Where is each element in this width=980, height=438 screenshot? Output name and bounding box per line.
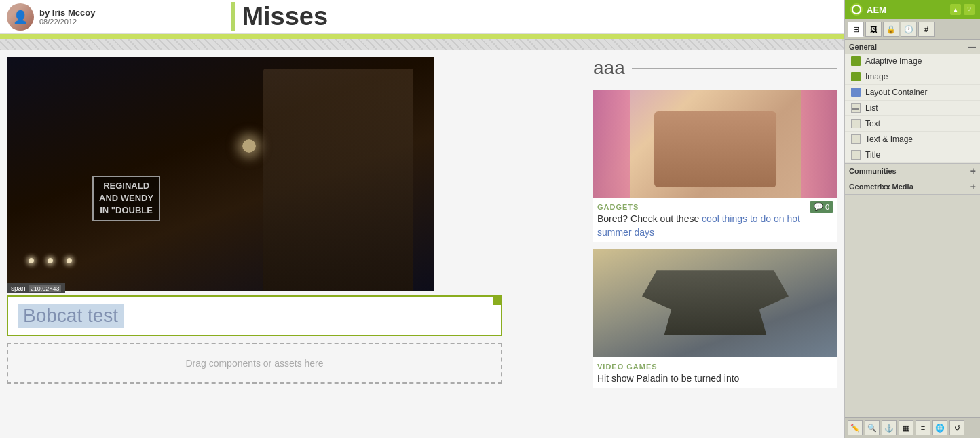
comment-badge: 💬 0 [810, 201, 833, 213]
aem-tab-page[interactable]: ⊞ [848, 22, 864, 37]
curtain-right [801, 90, 837, 198]
layout-icon [850, 87, 861, 98]
component-item-adaptive-image[interactable]: Adaptive Image [845, 54, 980, 69]
author-name: by Iris Mccoy [39, 7, 95, 18]
communities-section[interactable]: Communities + [845, 164, 980, 179]
games-thumbnail [593, 249, 837, 357]
article-title-text-plain: Bored? Check out these [597, 213, 702, 224]
article-meta-gadgets: GADGETS 💬 0 Bored? Check out these cool … [593, 198, 837, 242]
drag-drop-area[interactable]: Drag components or assets here [7, 343, 502, 384]
lights-row [29, 258, 72, 263]
article-meta-games: VIDEO GAMES Hit show Paladin to be turne… [593, 357, 837, 388]
title-icon [850, 149, 861, 160]
edit-handle[interactable] [493, 297, 501, 305]
article-title-games: Hit show Paladin to be turned into [597, 372, 833, 386]
toolbar-refresh-btn[interactable]: ↺ [949, 420, 964, 435]
author-date: 08/22/2012 [39, 18, 95, 26]
general-section-header[interactable]: General — [845, 40, 980, 54]
aem-panel: AEM ▲ ? ⊞ 🖼 🔒 🕐 # General — Adaptive Ima… [844, 0, 980, 438]
component-item-image[interactable]: Image [845, 69, 980, 85]
geometrixx-section[interactable]: Geometrixx Media + [845, 179, 980, 195]
hero-figure [263, 69, 413, 291]
toolbar-search-btn[interactable]: 🔍 [865, 420, 880, 435]
text-comp-icon [850, 118, 861, 129]
article-category-games: VIDEO GAMES [597, 363, 658, 371]
edit-text-content[interactable]: Bobcat test [18, 304, 124, 328]
list-label: List [865, 103, 878, 113]
hero-img-placeholder: REGINALDAND WENDYIN "DOUBLE [7, 57, 434, 291]
article-title-gadgets: Bored? Check out these cool things to do… [597, 213, 833, 239]
toolbar-pencil-btn[interactable]: ✏️ [848, 420, 863, 435]
aem-tabs: ⊞ 🖼 🔒 🕐 # [845, 19, 980, 40]
geometrixx-label: Geometrixx Media [849, 183, 913, 191]
avatar-image: 👤 [7, 3, 34, 31]
span-badge: span 210.02×43 [7, 283, 65, 293]
component-item-layout[interactable]: Layout Container [845, 85, 980, 101]
toolbar-globe-btn[interactable]: 🌐 [932, 420, 947, 435]
general-section: General — Adaptive Image Image Layout Co… [845, 40, 980, 164]
author-avatar: 👤 [7, 3, 34, 31]
curtain-left [593, 90, 630, 198]
adaptive-image-label: Adaptive Image [865, 56, 922, 66]
drag-placeholder-text: Drag components or assets here [185, 358, 323, 369]
text-image-label: Text & Image [865, 134, 913, 144]
communities-expand-btn[interactable]: + [970, 166, 976, 177]
gadgets-figure [654, 111, 776, 187]
title-bar [0, 34, 844, 39]
aem-tab-clock[interactable]: 🕐 [901, 22, 917, 37]
section-heading: aaa [593, 57, 837, 79]
aem-tab-lock[interactable]: 🔒 [883, 22, 899, 37]
article-category-gadgets: GADGETS [597, 203, 639, 211]
component-item-list[interactable]: List [845, 101, 980, 116]
general-section-label: General [849, 43, 877, 51]
section-heading-text: aaa [593, 57, 625, 79]
article-card-gadgets: GADGETS 💬 0 Bored? Check out these cool … [593, 90, 837, 242]
toolbar-list-btn[interactable]: ≡ [916, 420, 930, 435]
aem-logo [850, 3, 863, 16]
article-title-games-text: Hit show Paladin to be turned into [597, 373, 739, 384]
toolbar-anchor-btn[interactable]: ⚓ [882, 420, 897, 435]
aem-help-icon[interactable]: ? [964, 4, 975, 15]
edit-line [130, 316, 491, 316]
list-icon [850, 103, 861, 113]
image-icon [850, 71, 861, 82]
component-item-text-image[interactable]: Text & Image [845, 132, 980, 147]
image-label: Image [865, 72, 888, 81]
geometrixx-expand-btn[interactable]: + [970, 181, 976, 192]
span-label: span [11, 285, 26, 292]
aem-header: AEM ▲ ? [845, 0, 980, 19]
aem-tab-grid[interactable]: # [918, 22, 935, 37]
aem-tab-image[interactable]: 🖼 [865, 22, 882, 37]
aem-up-icon[interactable]: ▲ [950, 4, 961, 15]
author-info: by Iris Mccoy 08/22/2012 [39, 7, 95, 26]
adaptive-image-icon [850, 56, 861, 67]
light-spot [242, 139, 256, 153]
hero-image: REGINALDAND WENDYIN "DOUBLE [7, 57, 434, 291]
left-column: REGINALDAND WENDYIN "DOUBLE span [7, 57, 586, 431]
toolbar-table-btn[interactable]: ▦ [899, 420, 913, 435]
article-card-games: VIDEO GAMES Hit show Paladin to be turne… [593, 249, 837, 388]
comment-count: 0 [825, 203, 829, 211]
span-dimensions: 210.02×43 [29, 285, 62, 292]
communities-label: Communities [849, 167, 897, 175]
gadgets-thumbnail [593, 90, 837, 198]
edit-box-container: span 210.02×43 Bobcat test [7, 295, 586, 336]
text-label: Text [865, 119, 880, 128]
hero-overlay-text: REGINALDAND WENDYIN "DOUBLE [92, 176, 160, 221]
text-image-icon [850, 134, 861, 145]
stripe-divider [0, 39, 844, 50]
general-collapse-btn[interactable]: — [968, 42, 976, 52]
layout-label: Layout Container [865, 88, 927, 97]
page-title: Misses [231, 2, 328, 31]
aem-title: AEM [867, 5, 886, 15]
comment-icon: 💬 [814, 202, 823, 211]
section-line [632, 68, 837, 69]
component-item-text[interactable]: Text [845, 116, 980, 132]
component-item-title[interactable]: Title [845, 147, 980, 163]
aem-bottom-toolbar: ✏️ 🔍 ⚓ ▦ ≡ 🌐 ↺ [845, 417, 980, 438]
right-column: aaa GADGETS 💬 [593, 57, 837, 431]
edit-box[interactable]: Bobcat test [7, 295, 502, 336]
title-label: Title [865, 150, 880, 160]
aem-header-icons: ▲ ? [950, 4, 975, 15]
